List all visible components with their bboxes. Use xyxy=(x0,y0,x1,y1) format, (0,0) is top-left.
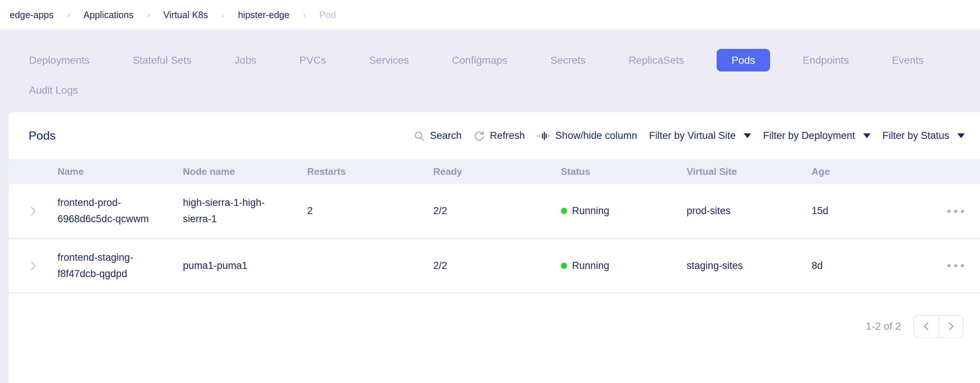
age-value: 15d xyxy=(811,203,931,219)
tab-pods[interactable]: Pods xyxy=(717,49,770,71)
virtual-site-value: staging-sites xyxy=(687,258,811,274)
filter-deployment-label: Filter by Deployment xyxy=(763,130,855,141)
column-header-name: Name xyxy=(57,166,183,177)
breadcrumb-separator-icon: › xyxy=(303,10,306,20)
chevron-down-icon xyxy=(863,133,870,138)
status-badge: Running xyxy=(561,203,687,219)
chevron-left-icon xyxy=(923,321,930,331)
pager-buttons xyxy=(913,315,964,338)
pod-name: frontend-staging-f8f47dcb-qgdpd xyxy=(57,250,154,282)
tab-replicasets[interactable]: ReplicaSets xyxy=(618,49,694,71)
status-label: Running xyxy=(572,258,609,274)
next-page-button[interactable] xyxy=(939,316,963,337)
tab-audit-logs[interactable]: Audit Logs xyxy=(19,79,88,101)
tab-jobs[interactable]: Jobs xyxy=(224,49,267,71)
filter-status-label: Filter by Status xyxy=(883,130,949,141)
tab-secrets[interactable]: Secrets xyxy=(540,49,596,71)
page-title: Pods xyxy=(29,129,56,142)
filter-deployment-dropdown[interactable]: Filter by Deployment xyxy=(763,130,870,141)
breadcrumb-item-applications[interactable]: Applications xyxy=(83,9,134,21)
breadcrumb-item-pod: Pod xyxy=(319,9,336,21)
table-toolbar: Search Refresh xyxy=(414,130,965,141)
breadcrumb-item-hipster-edge[interactable]: hipster-edge xyxy=(238,9,290,21)
tab-stateful-sets[interactable]: Stateful Sets xyxy=(122,49,202,71)
columns-icon xyxy=(537,130,550,141)
tab-endpoints[interactable]: Endpoints xyxy=(792,49,859,71)
chevron-right-icon xyxy=(30,205,37,217)
table-header-row: Name Node name Restarts Ready Status Vir… xyxy=(9,159,980,184)
column-header-node-name: Node name xyxy=(183,166,307,177)
node-name: puma1-puma1 xyxy=(183,258,283,274)
top-bar: edge-apps › Applications › Virtual K8s ›… xyxy=(0,0,980,30)
status-badge: Running xyxy=(561,258,687,274)
row-expand-button[interactable] xyxy=(9,205,57,217)
filter-virtual-site-dropdown[interactable]: Filter by Virtual Site xyxy=(649,130,751,141)
search-label: Search xyxy=(430,130,462,141)
refresh-button[interactable]: Refresh xyxy=(474,130,525,141)
row-actions-menu-button[interactable] xyxy=(931,264,980,267)
chevron-right-icon xyxy=(30,260,37,272)
pods-panel: Pods Search Refresh xyxy=(9,112,980,383)
chevron-down-icon xyxy=(744,133,751,138)
pod-name: frontend-prod-6968d6c5dc-qcwwm xyxy=(57,195,154,227)
tab-events[interactable]: Events xyxy=(881,49,934,71)
status-label: Running xyxy=(572,203,609,219)
show-hide-column-label: Show/hide column xyxy=(555,130,637,141)
table-row[interactable]: frontend-prod-6968d6c5dc-qcwwm high-sier… xyxy=(9,184,980,239)
column-header-status: Status xyxy=(561,166,687,177)
search-icon xyxy=(414,130,425,141)
tab-configmaps[interactable]: Configmaps xyxy=(441,49,517,71)
refresh-icon xyxy=(474,130,485,141)
filter-virtual-site-label: Filter by Virtual Site xyxy=(649,130,736,141)
ready-value: 2/2 xyxy=(433,258,561,274)
table-row[interactable]: frontend-staging-f8f47dcb-qgdpd puma1-pu… xyxy=(9,239,980,293)
age-value: 8d xyxy=(811,258,931,274)
column-header-age: Age xyxy=(811,166,931,177)
column-header-ready: Ready xyxy=(433,166,561,177)
breadcrumb: edge-apps › Applications › Virtual K8s ›… xyxy=(10,9,336,21)
tab-pvcs[interactable]: PVCs xyxy=(289,49,336,71)
resource-tabs: Deployments Stateful Sets Jobs PVCs Serv… xyxy=(0,30,980,112)
breadcrumb-separator-icon: › xyxy=(221,10,225,20)
status-dot-icon xyxy=(561,208,567,214)
tab-deployments[interactable]: Deployments xyxy=(19,49,100,71)
search-button[interactable]: Search xyxy=(414,130,462,141)
chevron-right-icon xyxy=(947,321,955,331)
show-hide-column-button[interactable]: Show/hide column xyxy=(537,130,637,141)
pagination: 1-2 of 2 xyxy=(9,315,980,338)
refresh-label: Refresh xyxy=(490,130,525,141)
row-expand-button[interactable] xyxy=(9,260,57,272)
status-dot-icon xyxy=(561,263,567,269)
filter-status-dropdown[interactable]: Filter by Status xyxy=(883,130,965,141)
chevron-down-icon xyxy=(958,133,965,138)
breadcrumb-separator-icon: › xyxy=(67,10,70,20)
ready-value: 2/2 xyxy=(433,203,561,219)
column-header-restarts: Restarts xyxy=(307,166,433,177)
previous-page-button[interactable] xyxy=(914,316,939,337)
breadcrumb-item-virtual-k8s[interactable]: Virtual K8s xyxy=(163,9,208,21)
restarts-value: 2 xyxy=(307,203,433,219)
pagination-range-label: 1-2 of 2 xyxy=(866,320,901,332)
node-name: high-sierra-1-high-sierra-1 xyxy=(183,195,283,227)
panel-header: Pods Search Refresh xyxy=(9,112,980,159)
row-actions-menu-button[interactable] xyxy=(931,210,980,213)
breadcrumb-separator-icon: › xyxy=(147,10,150,20)
breadcrumb-item-edge-apps[interactable]: edge-apps xyxy=(10,9,53,21)
virtual-site-value: prod-sites xyxy=(687,203,811,219)
column-header-virtual-site: Virtual Site xyxy=(687,166,811,177)
tab-services[interactable]: Services xyxy=(359,49,419,71)
